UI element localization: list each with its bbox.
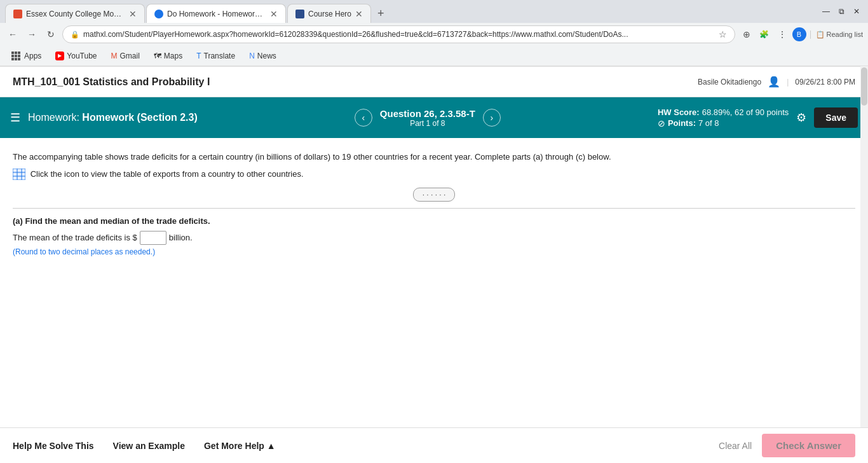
tab-3[interactable]: Course Hero ✕ [287,4,371,23]
star-icon[interactable]: ☆ [719,29,727,39]
homework-title: Homework: Homework (Section 2.3) [28,112,198,123]
window-controls: — ⧉ ✕ [820,5,863,18]
question-part: Part 1 of 8 [380,119,475,128]
help-me-solve-button[interactable]: Help Me Solve This [13,441,94,451]
bottom-right: Clear All Check Answer [719,434,855,457]
clear-all-button[interactable]: Clear All [719,441,752,451]
homework-header: ☰ Homework: Homework (Section 2.3) ‹ Que… [0,97,868,138]
cast-icon[interactable]: ⊕ [739,27,754,42]
tab-2[interactable]: Do Homework - Homework (Sec... ✕ [146,4,286,23]
user-profile-icon[interactable]: 👤 [768,76,780,88]
reading-list-button[interactable]: 📋 Reading list [810,31,863,39]
extensions-menu[interactable]: ⋮ [775,27,790,42]
apps-grid-icon [11,52,20,60]
bookmark-gmail[interactable]: M Gmail [106,50,145,62]
bottom-bar: Help Me Solve This View an Example Get M… [0,427,868,463]
tab-1-close[interactable]: ✕ [129,9,137,19]
check-answer-button[interactable]: Check Answer [762,434,855,457]
input-line: The mean of the trade deficits is $ bill… [13,231,855,245]
tabs-area: Essex County College Moodleroo ✕ Do Home… [5,0,820,23]
bookmarks-bar: Apps ▶ YouTube M Gmail 🗺 Maps T Translat… [0,46,868,66]
gmail-icon: M [111,52,118,60]
datetime: 09/26/21 8:00 PM [795,78,855,86]
table-view-icon[interactable] [13,169,25,180]
part-label: (a) Find the mean and median of the trad… [13,216,855,226]
title-bar: Essex County College Moodleroo ✕ Do Home… [0,0,868,23]
get-more-help-button[interactable]: Get More Help ▲ [204,441,276,451]
reading-list-icon: 📋 [816,31,825,39]
back-button[interactable]: ← [5,27,20,42]
question-description: The accompanying table shows trade defic… [13,151,855,164]
question-navigation: ‹ Question 26, 2.3.58-T Part 1 of 8 › [205,108,650,128]
address-input-wrap[interactable]: 🔒 mathxl.com/Student/PlayerHomework.aspx… [62,25,735,43]
username: Basile Okitadiengo [698,78,761,86]
new-tab-button[interactable]: + [372,4,390,23]
maps-icon: 🗺 [154,52,161,60]
site-header: MTH_101_001 Statistics and Probability I… [0,67,868,97]
forward-button[interactable]: → [24,27,39,42]
scrollbar[interactable] [860,66,868,429]
prev-question-button[interactable]: ‹ [355,109,372,127]
more-help-arrow-icon: ▲ [267,441,276,451]
lock-icon: 🔒 [71,31,79,39]
youtube-icon: ▶ [55,52,64,60]
scroll-thumb[interactable] [861,67,867,106]
question-area: The accompanying table shows trade defic… [0,138,868,263]
minimize-button[interactable]: — [820,5,832,18]
address-bar: ← → ↻ 🔒 mathxl.com/Student/PlayerHomewor… [0,23,868,46]
reload-button[interactable]: ↻ [43,27,58,42]
tab-1[interactable]: Essex County College Moodleroo ✕ [5,4,145,23]
view-example-button[interactable]: View an Example [113,441,185,451]
browser-chrome: Essex County College Moodleroo ✕ Do Home… [0,0,868,67]
translate-icon: T [196,52,201,60]
save-button[interactable]: Save [814,107,858,128]
mean-input[interactable] [140,231,166,245]
bookmark-apps[interactable]: Apps [6,50,46,62]
score-section: HW Score: 68.89%, 62 of 90 points ⊘ Poin… [658,107,789,128]
hamburger-menu-icon[interactable]: ☰ [10,111,20,125]
expand-button[interactable]: · · · · · · [413,188,456,202]
address-text: mathxl.com/Student/PlayerHomework.aspx?h… [83,30,715,39]
bookmark-maps[interactable]: 🗺 Maps [149,50,187,62]
page-content: MTH_101_001 Statistics and Probability I… [0,67,868,263]
bookmark-youtube[interactable]: ▶ YouTube [50,50,102,62]
bookmark-translate[interactable]: T Translate [191,50,240,62]
tab-3-close[interactable]: ✕ [355,9,363,19]
round-hint: (Round to two decimal places as needed.) [13,247,855,256]
next-question-button[interactable]: › [483,109,501,127]
question-info: Question 26, 2.3.58-T Part 1 of 8 [380,108,475,128]
points-check-icon: ⊘ [658,118,665,128]
toolbar-icons: ⊕ 🧩 ⋮ B [739,27,806,42]
extension-icon[interactable]: 🧩 [757,27,772,42]
page-title: MTH_101_001 Statistics and Probability I [13,76,210,88]
divider [13,208,855,209]
svg-rect-0 [13,169,25,180]
close-button[interactable]: ✕ [850,5,863,18]
maximize-button[interactable]: ⧉ [835,5,848,18]
site-header-right: Basile Okitadiengo 👤 | 09/26/21 8:00 PM [698,76,855,88]
bookmark-news[interactable]: N News [244,50,281,62]
news-icon: N [249,52,255,60]
tab-2-close[interactable]: ✕ [270,9,278,19]
table-hint: Click the icon to view the table of expo… [13,168,855,181]
settings-icon[interactable]: ⚙ [796,111,806,125]
user-avatar[interactable]: B [792,27,806,41]
